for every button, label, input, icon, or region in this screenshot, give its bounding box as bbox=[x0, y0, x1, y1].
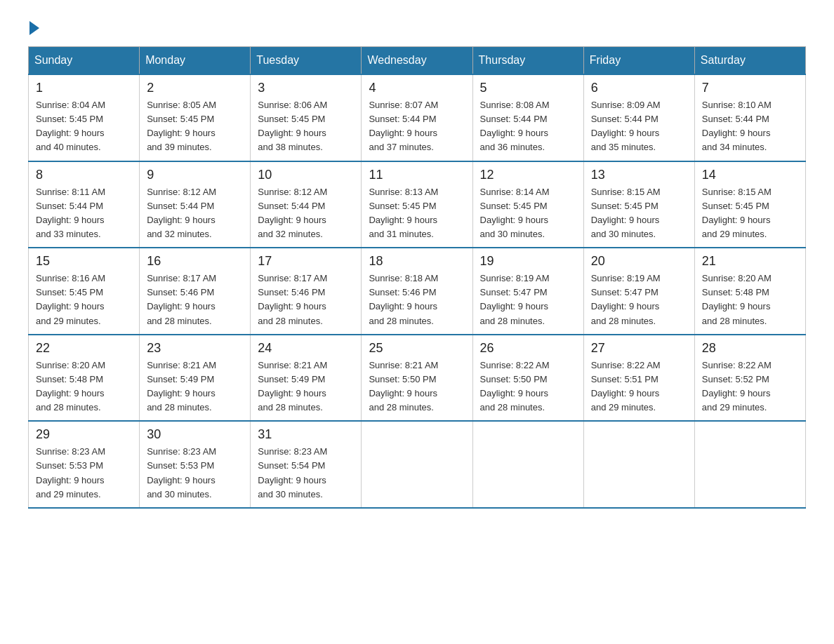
calendar-cell: 15 Sunrise: 8:16 AM Sunset: 5:45 PM Dayl… bbox=[29, 248, 140, 335]
day-number: 29 bbox=[36, 427, 132, 442]
calendar-cell: 5 Sunrise: 8:08 AM Sunset: 5:44 PM Dayli… bbox=[472, 74, 583, 161]
calendar-cell bbox=[362, 421, 472, 508]
calendar-cell bbox=[583, 421, 694, 508]
day-number: 19 bbox=[480, 254, 576, 269]
day-info: Sunrise: 8:15 AM Sunset: 5:45 PM Dayligh… bbox=[591, 185, 687, 242]
calendar-cell: 9 Sunrise: 8:12 AM Sunset: 5:44 PM Dayli… bbox=[140, 161, 251, 248]
day-number: 30 bbox=[147, 427, 243, 442]
day-info: Sunrise: 8:22 AM Sunset: 5:51 PM Dayligh… bbox=[591, 358, 687, 415]
day-number: 3 bbox=[258, 81, 354, 95]
day-number: 9 bbox=[147, 168, 243, 182]
calendar-cell: 31 Sunrise: 8:23 AM Sunset: 5:54 PM Dayl… bbox=[251, 421, 362, 508]
calendar-cell: 27 Sunrise: 8:22 AM Sunset: 5:51 PM Dayl… bbox=[583, 335, 694, 422]
day-info: Sunrise: 8:23 AM Sunset: 5:54 PM Dayligh… bbox=[258, 445, 354, 502]
day-info: Sunrise: 8:18 AM Sunset: 5:46 PM Dayligh… bbox=[369, 271, 465, 328]
day-info: Sunrise: 8:09 AM Sunset: 5:44 PM Dayligh… bbox=[591, 98, 687, 155]
day-info: Sunrise: 8:08 AM Sunset: 5:44 PM Dayligh… bbox=[480, 98, 576, 155]
day-info: Sunrise: 8:10 AM Sunset: 5:44 PM Dayligh… bbox=[702, 98, 798, 155]
calendar-week-row: 22 Sunrise: 8:20 AM Sunset: 5:48 PM Dayl… bbox=[29, 335, 806, 422]
day-number: 21 bbox=[702, 254, 798, 269]
calendar-header-saturday: Saturday bbox=[694, 47, 805, 75]
day-info: Sunrise: 8:20 AM Sunset: 5:48 PM Dayligh… bbox=[702, 271, 798, 328]
day-info: Sunrise: 8:17 AM Sunset: 5:46 PM Dayligh… bbox=[147, 271, 243, 328]
calendar-cell: 30 Sunrise: 8:23 AM Sunset: 5:53 PM Dayl… bbox=[140, 421, 251, 508]
calendar-cell: 13 Sunrise: 8:15 AM Sunset: 5:45 PM Dayl… bbox=[583, 161, 694, 248]
day-number: 2 bbox=[147, 81, 243, 95]
day-number: 22 bbox=[36, 341, 132, 356]
calendar-cell: 18 Sunrise: 8:18 AM Sunset: 5:46 PM Dayl… bbox=[362, 248, 472, 335]
calendar-cell: 17 Sunrise: 8:17 AM Sunset: 5:46 PM Dayl… bbox=[251, 248, 362, 335]
calendar-header-sunday: Sunday bbox=[29, 47, 140, 75]
day-number: 12 bbox=[480, 168, 576, 182]
day-number: 17 bbox=[258, 254, 354, 269]
day-number: 15 bbox=[36, 254, 132, 269]
day-number: 7 bbox=[702, 81, 798, 95]
day-info: Sunrise: 8:16 AM Sunset: 5:45 PM Dayligh… bbox=[36, 271, 132, 328]
logo bbox=[28, 21, 41, 32]
day-info: Sunrise: 8:07 AM Sunset: 5:44 PM Dayligh… bbox=[369, 98, 465, 155]
day-number: 6 bbox=[591, 81, 687, 95]
day-info: Sunrise: 8:06 AM Sunset: 5:45 PM Dayligh… bbox=[258, 98, 354, 155]
day-number: 23 bbox=[147, 341, 243, 356]
day-number: 4 bbox=[369, 81, 465, 95]
day-info: Sunrise: 8:11 AM Sunset: 5:44 PM Dayligh… bbox=[36, 185, 132, 242]
calendar-cell: 23 Sunrise: 8:21 AM Sunset: 5:49 PM Dayl… bbox=[140, 335, 251, 422]
calendar-header-row: SundayMondayTuesdayWednesdayThursdayFrid… bbox=[29, 47, 806, 75]
day-info: Sunrise: 8:23 AM Sunset: 5:53 PM Dayligh… bbox=[36, 445, 132, 502]
page-header bbox=[28, 21, 806, 32]
day-number: 8 bbox=[36, 168, 132, 182]
day-info: Sunrise: 8:22 AM Sunset: 5:50 PM Dayligh… bbox=[480, 358, 576, 415]
day-info: Sunrise: 8:19 AM Sunset: 5:47 PM Dayligh… bbox=[591, 271, 687, 328]
calendar-cell: 16 Sunrise: 8:17 AM Sunset: 5:46 PM Dayl… bbox=[140, 248, 251, 335]
calendar-header-friday: Friday bbox=[583, 47, 694, 75]
calendar-cell: 14 Sunrise: 8:15 AM Sunset: 5:45 PM Dayl… bbox=[694, 161, 805, 248]
day-info: Sunrise: 8:21 AM Sunset: 5:50 PM Dayligh… bbox=[369, 358, 465, 415]
calendar-cell: 29 Sunrise: 8:23 AM Sunset: 5:53 PM Dayl… bbox=[29, 421, 140, 508]
calendar-cell: 21 Sunrise: 8:20 AM Sunset: 5:48 PM Dayl… bbox=[694, 248, 805, 335]
calendar-cell: 19 Sunrise: 8:19 AM Sunset: 5:47 PM Dayl… bbox=[472, 248, 583, 335]
calendar-cell: 12 Sunrise: 8:14 AM Sunset: 5:45 PM Dayl… bbox=[472, 161, 583, 248]
day-number: 1 bbox=[36, 81, 132, 95]
day-number: 24 bbox=[258, 341, 354, 356]
calendar-header-tuesday: Tuesday bbox=[251, 47, 362, 75]
logo-arrow-icon bbox=[29, 21, 39, 35]
day-info: Sunrise: 8:20 AM Sunset: 5:48 PM Dayligh… bbox=[36, 358, 132, 415]
day-info: Sunrise: 8:21 AM Sunset: 5:49 PM Dayligh… bbox=[258, 358, 354, 415]
calendar-cell: 26 Sunrise: 8:22 AM Sunset: 5:50 PM Dayl… bbox=[472, 335, 583, 422]
day-number: 11 bbox=[369, 168, 465, 182]
calendar-cell: 4 Sunrise: 8:07 AM Sunset: 5:44 PM Dayli… bbox=[362, 74, 472, 161]
day-number: 25 bbox=[369, 341, 465, 356]
calendar-week-row: 29 Sunrise: 8:23 AM Sunset: 5:53 PM Dayl… bbox=[29, 421, 806, 508]
day-info: Sunrise: 8:12 AM Sunset: 5:44 PM Dayligh… bbox=[147, 185, 243, 242]
day-number: 31 bbox=[258, 427, 354, 442]
calendar-cell: 28 Sunrise: 8:22 AM Sunset: 5:52 PM Dayl… bbox=[694, 335, 805, 422]
calendar-week-row: 1 Sunrise: 8:04 AM Sunset: 5:45 PM Dayli… bbox=[29, 74, 806, 161]
calendar-week-row: 8 Sunrise: 8:11 AM Sunset: 5:44 PM Dayli… bbox=[29, 161, 806, 248]
calendar-cell bbox=[694, 421, 805, 508]
day-number: 13 bbox=[591, 168, 687, 182]
day-info: Sunrise: 8:19 AM Sunset: 5:47 PM Dayligh… bbox=[480, 271, 576, 328]
day-number: 5 bbox=[480, 81, 576, 95]
calendar-header-thursday: Thursday bbox=[472, 47, 583, 75]
day-info: Sunrise: 8:14 AM Sunset: 5:45 PM Dayligh… bbox=[480, 185, 576, 242]
day-info: Sunrise: 8:13 AM Sunset: 5:45 PM Dayligh… bbox=[369, 185, 465, 242]
day-info: Sunrise: 8:15 AM Sunset: 5:45 PM Dayligh… bbox=[702, 185, 798, 242]
day-info: Sunrise: 8:17 AM Sunset: 5:46 PM Dayligh… bbox=[258, 271, 354, 328]
day-info: Sunrise: 8:05 AM Sunset: 5:45 PM Dayligh… bbox=[147, 98, 243, 155]
day-number: 20 bbox=[591, 254, 687, 269]
calendar-cell: 10 Sunrise: 8:12 AM Sunset: 5:44 PM Dayl… bbox=[251, 161, 362, 248]
calendar-cell: 24 Sunrise: 8:21 AM Sunset: 5:49 PM Dayl… bbox=[251, 335, 362, 422]
day-info: Sunrise: 8:21 AM Sunset: 5:49 PM Dayligh… bbox=[147, 358, 243, 415]
day-info: Sunrise: 8:04 AM Sunset: 5:45 PM Dayligh… bbox=[36, 98, 132, 155]
calendar-cell: 3 Sunrise: 8:06 AM Sunset: 5:45 PM Dayli… bbox=[251, 74, 362, 161]
day-info: Sunrise: 8:12 AM Sunset: 5:44 PM Dayligh… bbox=[258, 185, 354, 242]
calendar-header-wednesday: Wednesday bbox=[362, 47, 472, 75]
calendar-cell: 6 Sunrise: 8:09 AM Sunset: 5:44 PM Dayli… bbox=[583, 74, 694, 161]
calendar-cell: 7 Sunrise: 8:10 AM Sunset: 5:44 PM Dayli… bbox=[694, 74, 805, 161]
day-number: 14 bbox=[702, 168, 798, 182]
calendar-cell: 20 Sunrise: 8:19 AM Sunset: 5:47 PM Dayl… bbox=[583, 248, 694, 335]
day-info: Sunrise: 8:22 AM Sunset: 5:52 PM Dayligh… bbox=[702, 358, 798, 415]
day-number: 28 bbox=[702, 341, 798, 356]
day-info: Sunrise: 8:23 AM Sunset: 5:53 PM Dayligh… bbox=[147, 445, 243, 502]
calendar-cell: 22 Sunrise: 8:20 AM Sunset: 5:48 PM Dayl… bbox=[29, 335, 140, 422]
